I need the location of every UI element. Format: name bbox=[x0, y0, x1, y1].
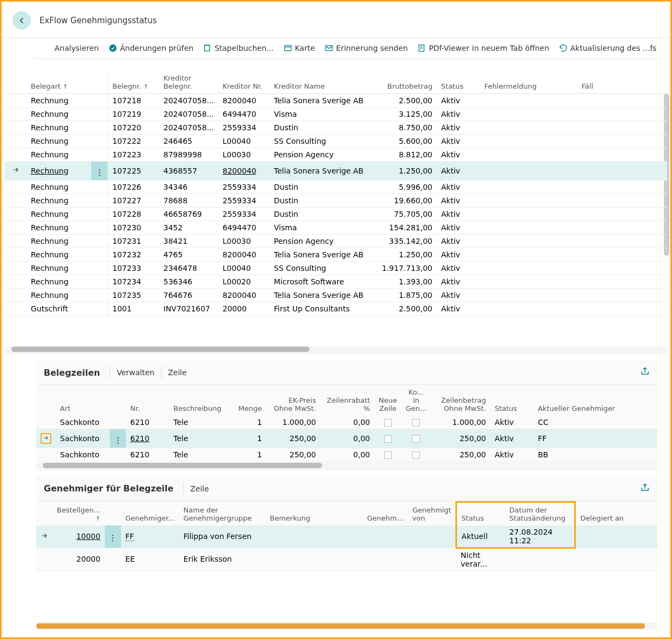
row-actions-icon[interactable] bbox=[114, 436, 122, 445]
refresh-icon bbox=[559, 44, 568, 52]
table-row[interactable]: Sachkonto6210Tele1250,000,00250,00AktivB… bbox=[36, 448, 657, 461]
col-docType[interactable]: Belegart ↑ bbox=[26, 71, 91, 94]
pdf-icon bbox=[418, 44, 426, 52]
approvers-tab-line[interactable]: Zeile bbox=[183, 482, 216, 495]
pdf-viewer-button[interactable]: PDf-Viewer in neuem Tab öffnen bbox=[418, 44, 549, 52]
acol-order[interactable]: Bestellgen... ↑ bbox=[52, 502, 105, 525]
acol-group[interactable]: Name der Genehmigergruppe bbox=[179, 502, 266, 525]
col-vname[interactable]: Kreditor Name bbox=[270, 71, 378, 94]
col-docNo[interactable]: Belegnr. ↑ bbox=[108, 71, 159, 94]
back-button[interactable] bbox=[12, 11, 31, 30]
acol-approvedby[interactable]: Genehmigt von bbox=[408, 502, 456, 525]
bottom-hscroll[interactable] bbox=[36, 622, 657, 630]
col-vdoc[interactable]: Kreditor Belegnr. bbox=[159, 71, 219, 94]
table-row[interactable]: Sachkonto6210Tele1250,000,00250,00AktivF… bbox=[36, 429, 657, 448]
table-row[interactable]: Rechnung107227786882559334Dustin19.660,0… bbox=[5, 194, 667, 207]
acol-status[interactable]: Status bbox=[456, 502, 505, 525]
lines-panel: Belegzeilen Verwalten Zeile Art Nr. Besc… bbox=[36, 361, 657, 470]
table-row[interactable]: Rechnung107219202407058...6494470Visma3.… bbox=[5, 108, 667, 121]
approvers-table: Bestellgen... ↑ Genehmiger... Name der G… bbox=[36, 501, 657, 571]
table-row[interactable]: Rechnung107228466587692559334Dustin75.70… bbox=[5, 207, 667, 221]
documents-table: Belegart ↑ Belegnr. ↑ Kreditor Belegnr. … bbox=[5, 71, 667, 316]
approvers-title: Genehmiger für Belegzeile bbox=[44, 483, 173, 494]
lcol-no[interactable]: Nr. bbox=[126, 385, 169, 416]
check-circle-icon bbox=[109, 44, 117, 52]
table-row[interactable]: Rechnung10722543685578200040Telia Sonera… bbox=[5, 162, 667, 181]
analyze-label: Analysieren bbox=[55, 44, 99, 52]
checkbox[interactable] bbox=[412, 435, 420, 443]
table-row[interactable]: Rechnung1072332346478L00040SS Consulting… bbox=[5, 261, 667, 275]
card-button[interactable]: Karte bbox=[284, 44, 315, 52]
lines-table: Art Nr. Beschreibung Menge EK-Preis Ohne… bbox=[36, 385, 657, 462]
col-vno[interactable]: Kreditor Nr. bbox=[218, 71, 270, 94]
lcol-status[interactable]: Status bbox=[490, 385, 534, 416]
lines-hscroll[interactable] bbox=[36, 463, 657, 470]
acol-approved[interactable]: Genehm... bbox=[363, 502, 408, 525]
table-row[interactable]: Rechnung107222246465L00040SS Consulting5… bbox=[5, 135, 667, 148]
table-row[interactable]: Rechnung107220202407058...2559334Dustin8… bbox=[5, 121, 667, 135]
table-row[interactable]: Rechnung10722387989998L00030Pension Agen… bbox=[5, 148, 667, 162]
lcol-qty[interactable]: Menge bbox=[234, 385, 266, 416]
lines-title: Belegzeilen bbox=[44, 368, 100, 378]
refresh-button[interactable]: Aktualisierung des ...fs bbox=[559, 44, 657, 52]
toolbar: Analysieren Änderungen prüfen Stapelbuch… bbox=[34, 38, 660, 59]
table-row[interactable]: Rechnung1072357646768200040Telia Sonera … bbox=[5, 288, 667, 302]
checkbox[interactable] bbox=[384, 435, 392, 443]
batch-icon bbox=[203, 44, 212, 52]
share-button[interactable] bbox=[640, 367, 650, 378]
table-row[interactable]: 10000FFFilippa von FersenAktuell27.08.20… bbox=[36, 525, 657, 548]
row-actions-icon[interactable] bbox=[109, 534, 117, 543]
checkbox[interactable] bbox=[412, 451, 420, 459]
approvers-share-button[interactable] bbox=[640, 483, 650, 495]
col-gross[interactable]: Bruttobetrag bbox=[378, 71, 437, 94]
table-row[interactable]: Rechnung10723247658200040Telia Sonera Sv… bbox=[5, 248, 667, 261]
page-title: ExFlow Genehmigungsstatus bbox=[39, 16, 157, 25]
batch-book-button[interactable]: Stapelbuchen... bbox=[203, 44, 274, 52]
lcol-disc[interactable]: Zeilenrabatt % bbox=[320, 385, 374, 416]
checkbox[interactable] bbox=[384, 451, 392, 459]
acol-date[interactable]: Datum der Statusänderung bbox=[505, 502, 575, 525]
checkbox[interactable] bbox=[384, 419, 392, 427]
tab-line[interactable]: Zeile bbox=[161, 366, 193, 379]
reminder-button[interactable]: Erinnerung senden bbox=[325, 44, 408, 52]
lcol-desc[interactable]: Beschreibung bbox=[169, 385, 234, 416]
checkbox[interactable] bbox=[412, 419, 420, 427]
svg-rect-1 bbox=[205, 45, 210, 51]
acol-approver[interactable]: Genehmiger... bbox=[121, 502, 179, 525]
lcol-amount[interactable]: Zeilenbetrag Ohne MwSt. bbox=[431, 385, 490, 416]
lcol-type[interactable]: Art bbox=[56, 385, 110, 416]
approvers-panel: Genehmiger für Belegzeile Zeile Bestellg… bbox=[36, 477, 657, 571]
lcol-approver[interactable]: Aktueller Genehmiger bbox=[534, 385, 657, 416]
table-row[interactable]: Sachkonto6210Tele11.000,000,001.000,00Ak… bbox=[36, 416, 657, 429]
table-row[interactable]: 20000EEErik ErikssonNicht verar... bbox=[36, 548, 657, 570]
table-row[interactable]: Rechnung10723138421L00030Pension Agency3… bbox=[5, 234, 667, 248]
lcol-account[interactable]: Ko... in Gen... bbox=[401, 385, 431, 416]
svg-rect-2 bbox=[285, 45, 291, 50]
card-icon bbox=[284, 44, 292, 52]
table-row[interactable]: Rechnung107234536346L00020Microsoft Soft… bbox=[5, 275, 667, 288]
table-row[interactable]: Rechnung107226343462559334Dustin5.996,00… bbox=[5, 180, 667, 194]
acol-delegated[interactable]: Delegiert an bbox=[575, 502, 657, 525]
share-icon bbox=[640, 483, 650, 492]
check-changes-button[interactable]: Änderungen prüfen bbox=[109, 44, 193, 52]
svg-point-0 bbox=[109, 44, 116, 51]
table-row[interactable]: Gutschrift1001INV702160720000First Up Co… bbox=[5, 302, 667, 315]
lcol-newline[interactable]: Neue Zeile bbox=[374, 385, 401, 416]
mail-icon bbox=[325, 44, 333, 52]
table-row[interactable]: Rechnung107218202407058...8200040Telia S… bbox=[5, 94, 667, 108]
main-hscroll[interactable] bbox=[5, 347, 667, 354]
col-error[interactable]: Fehlermeldung bbox=[480, 71, 577, 94]
row-actions-icon[interactable] bbox=[96, 168, 103, 178]
col-status[interactable]: Status bbox=[437, 71, 480, 94]
share-icon bbox=[640, 367, 650, 376]
col-due[interactable]: Fäll bbox=[577, 71, 667, 94]
tab-manage[interactable]: Verwalten bbox=[110, 366, 161, 379]
acol-comment[interactable]: Bemerkung bbox=[266, 502, 363, 525]
lcol-price[interactable]: EK-Preis Ohne MwSt. bbox=[266, 385, 320, 416]
arrow-left-icon bbox=[17, 16, 26, 25]
table-row[interactable]: Rechnung10723034526494470Visma154.281,00… bbox=[5, 221, 667, 234]
